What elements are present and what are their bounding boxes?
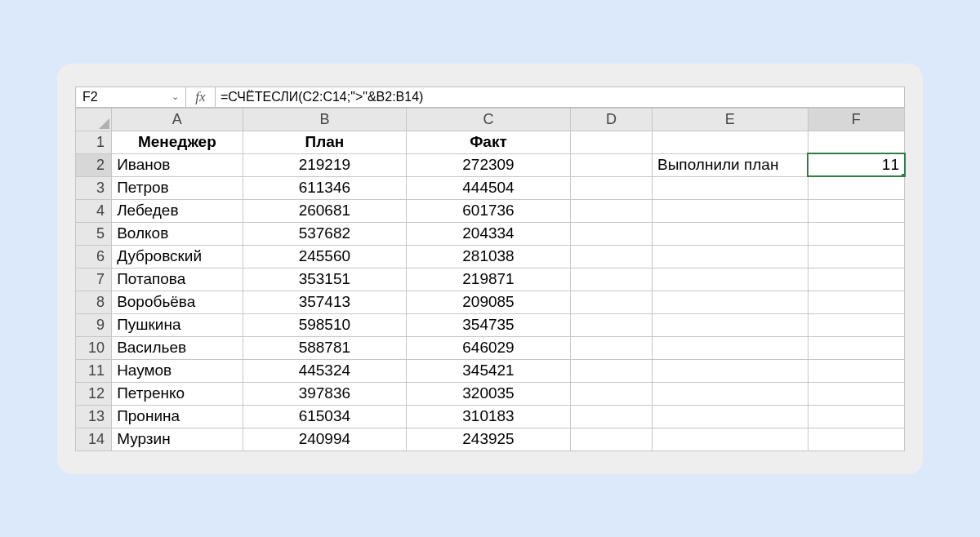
chevron-down-icon[interactable]: ⌄ (172, 91, 179, 102)
cell-A6[interactable]: Дубровский (112, 245, 243, 268)
col-header-C[interactable]: C (407, 108, 571, 131)
cell-B13[interactable]: 615034 (243, 405, 407, 428)
cell-C5[interactable]: 204334 (407, 222, 571, 245)
cell-D3[interactable] (570, 176, 652, 199)
row-header[interactable]: 8 (76, 291, 112, 313)
cell-B1[interactable]: План (243, 131, 407, 153)
cell-B14[interactable]: 240994 (243, 428, 407, 450)
cell-F6[interactable] (808, 245, 904, 268)
row-header[interactable]: 5 (76, 222, 112, 245)
col-header-B[interactable]: B (243, 108, 407, 131)
cell-D11[interactable] (570, 359, 652, 382)
cell-D5[interactable] (570, 222, 652, 245)
cell-E6[interactable] (653, 245, 808, 268)
cell-B7[interactable]: 353151 (243, 268, 407, 291)
cell-D8[interactable] (570, 291, 652, 313)
cell-A3[interactable]: Петров (112, 176, 243, 199)
cell-A4[interactable]: Лебедев (112, 199, 243, 222)
col-header-F[interactable]: F (808, 108, 904, 131)
col-header-A[interactable]: A (112, 108, 243, 131)
cell-C9[interactable]: 354735 (407, 313, 571, 336)
cell-B9[interactable]: 598510 (243, 313, 407, 336)
cell-B8[interactable]: 357413 (243, 291, 407, 313)
cell-C4[interactable]: 601736 (407, 199, 571, 222)
cell-A8[interactable]: Воробьёва (112, 291, 243, 313)
cell-E8[interactable] (653, 291, 808, 313)
cell-A9[interactable]: Пушкина (112, 313, 243, 336)
cell-D9[interactable] (570, 313, 652, 336)
row-header[interactable]: 12 (76, 382, 112, 405)
cell-A13[interactable]: Пронина (112, 405, 243, 428)
row-header[interactable]: 3 (76, 176, 112, 199)
cell-F8[interactable] (808, 291, 904, 313)
cell-B3[interactable]: 611346 (243, 176, 407, 199)
cell-D10[interactable] (570, 336, 652, 359)
cell-B2[interactable]: 219219 (243, 153, 407, 176)
cell-C12[interactable]: 320035 (407, 382, 571, 405)
cell-E10[interactable] (653, 336, 808, 359)
col-header-E[interactable]: E (653, 108, 808, 131)
cell-D12[interactable] (570, 382, 652, 405)
cell-A14[interactable]: Мурзин (112, 428, 243, 450)
cell-F12[interactable] (808, 382, 904, 405)
cell-F3[interactable] (808, 176, 904, 199)
cell-D14[interactable] (570, 428, 652, 450)
cell-B12[interactable]: 397836 (243, 382, 407, 405)
cell-E9[interactable] (653, 313, 808, 336)
cell-D7[interactable] (570, 268, 652, 291)
cell-D6[interactable] (570, 245, 652, 268)
row-header[interactable]: 6 (76, 245, 112, 268)
name-box[interactable]: F2 ⌄ (76, 87, 186, 107)
select-all-corner[interactable] (76, 108, 112, 131)
cell-B6[interactable]: 245560 (243, 245, 407, 268)
cell-D1[interactable] (570, 131, 652, 153)
cell-F11[interactable] (808, 359, 904, 382)
cell-F9[interactable] (808, 313, 904, 336)
cell-F5[interactable] (808, 222, 904, 245)
cell-A12[interactable]: Петренко (112, 382, 243, 405)
cell-B5[interactable]: 537682 (243, 222, 407, 245)
cell-C7[interactable]: 219871 (407, 268, 571, 291)
cell-A5[interactable]: Волков (112, 222, 243, 245)
cell-A7[interactable]: Потапова (112, 268, 243, 291)
cell-E14[interactable] (653, 428, 808, 450)
row-header[interactable]: 10 (76, 336, 112, 359)
cell-F4[interactable] (808, 199, 904, 222)
row-header[interactable]: 11 (76, 359, 112, 382)
cell-A10[interactable]: Васильев (112, 336, 243, 359)
row-header[interactable]: 2 (76, 153, 112, 176)
cell-C13[interactable]: 310183 (407, 405, 571, 428)
grid[interactable]: A B C D E F 1МенеджерПланФакт2Иванов2192… (75, 108, 905, 451)
cell-A1[interactable]: Менеджер (112, 131, 243, 153)
cell-B10[interactable]: 588781 (243, 336, 407, 359)
cell-E13[interactable] (653, 405, 808, 428)
cell-C10[interactable]: 646029 (407, 336, 571, 359)
row-header[interactable]: 7 (76, 268, 112, 291)
cell-F10[interactable] (808, 336, 904, 359)
cell-C1[interactable]: Факт (407, 131, 571, 153)
cell-F13[interactable] (808, 405, 904, 428)
cell-C3[interactable]: 444504 (407, 176, 571, 199)
cell-E5[interactable] (653, 222, 808, 245)
formula-input[interactable]: =СЧЁТЕСЛИ(C2:C14;">"&B2:B14) (216, 87, 904, 107)
col-header-D[interactable]: D (570, 108, 652, 131)
cell-D13[interactable] (570, 405, 652, 428)
row-header[interactable]: 14 (76, 428, 112, 450)
cell-F7[interactable] (808, 268, 904, 291)
cell-B11[interactable]: 445324 (243, 359, 407, 382)
cell-E12[interactable] (653, 382, 808, 405)
cell-C6[interactable]: 281038 (407, 245, 571, 268)
row-header[interactable]: 1 (76, 131, 112, 153)
fx-icon[interactable]: fx (186, 87, 216, 107)
cell-E1[interactable] (653, 131, 808, 153)
cell-F1[interactable] (808, 131, 904, 153)
cell-D4[interactable] (570, 199, 652, 222)
cell-B4[interactable]: 260681 (243, 199, 407, 222)
row-header[interactable]: 13 (76, 405, 112, 428)
cell-C11[interactable]: 345421 (407, 359, 571, 382)
cell-D2[interactable] (570, 153, 652, 176)
row-header[interactable]: 9 (76, 313, 112, 336)
row-header[interactable]: 4 (76, 199, 112, 222)
cell-E7[interactable] (653, 268, 808, 291)
cell-C14[interactable]: 243925 (407, 428, 571, 450)
